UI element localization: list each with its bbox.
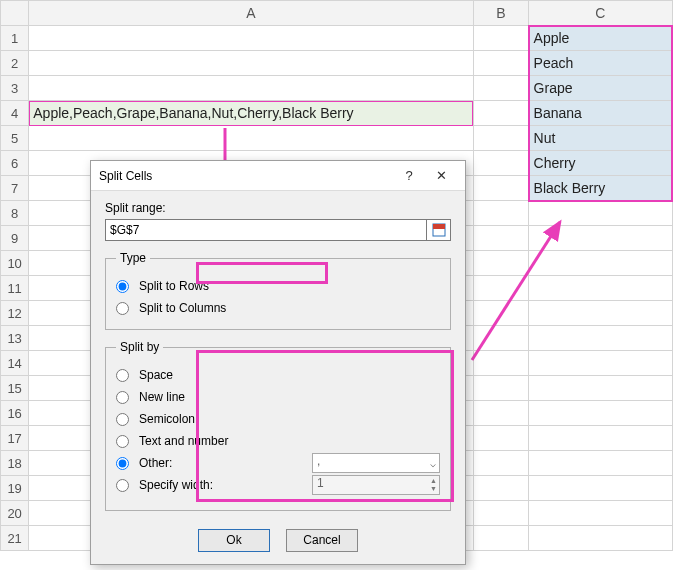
row-header[interactable]: 17 (1, 426, 29, 451)
split-cells-dialog: Split Cells ? ✕ Split range: Type Split … (90, 160, 466, 565)
cell[interactable] (473, 101, 529, 126)
row-header[interactable]: 3 (1, 76, 29, 101)
cell[interactable] (473, 401, 529, 426)
split-to-rows-radio[interactable] (116, 280, 129, 293)
row-header[interactable]: 11 (1, 276, 29, 301)
dialog-titlebar[interactable]: Split Cells ? ✕ (91, 161, 465, 191)
cell[interactable] (29, 51, 473, 76)
cancel-button[interactable]: Cancel (286, 529, 358, 552)
cell[interactable] (473, 26, 529, 51)
splitby-newline-label: New line (139, 390, 185, 404)
col-header-c[interactable]: C (529, 1, 672, 26)
splitby-space-radio[interactable] (116, 369, 129, 382)
splitby-other-label: Other: (139, 456, 172, 470)
splitby-other-combo[interactable]: , ⌵ (312, 453, 440, 473)
select-all-corner[interactable] (1, 1, 29, 26)
cell[interactable] (529, 426, 672, 451)
cell[interactable] (529, 201, 672, 226)
cell[interactable]: Black Berry (529, 176, 672, 201)
row-header[interactable]: 4 (1, 101, 29, 126)
row-header[interactable]: 6 (1, 151, 29, 176)
cell[interactable] (529, 526, 672, 551)
cell[interactable] (473, 126, 529, 151)
row-header[interactable]: 1 (1, 26, 29, 51)
ok-button[interactable]: Ok (198, 529, 270, 552)
splitby-textnum-radio[interactable] (116, 435, 129, 448)
cell[interactable]: Cherry (529, 151, 672, 176)
cell[interactable] (473, 76, 529, 101)
cell[interactable] (29, 26, 473, 51)
splitby-width-label: Specify width: (139, 478, 213, 492)
row-header[interactable]: 16 (1, 401, 29, 426)
cell[interactable] (529, 251, 672, 276)
cell[interactable]: Peach (529, 51, 672, 76)
cell[interactable] (473, 326, 529, 351)
row-header[interactable]: 20 (1, 501, 29, 526)
cell[interactable] (529, 276, 672, 301)
cell[interactable]: Apple (529, 26, 672, 51)
cell[interactable] (473, 476, 529, 501)
splitby-other-radio[interactable] (116, 457, 129, 470)
cell[interactable] (473, 501, 529, 526)
cell[interactable] (529, 226, 672, 251)
row-header[interactable]: 13 (1, 326, 29, 351)
cell[interactable] (29, 126, 473, 151)
splitby-group: Split by Space New line Semicolon Text a… (105, 340, 451, 511)
row-header[interactable]: 15 (1, 376, 29, 401)
cell[interactable] (473, 276, 529, 301)
splitby-textnum-label: Text and number (139, 434, 228, 448)
cell[interactable]: Grape (529, 76, 672, 101)
type-group: Type Split to Rows Split to Columns (105, 251, 451, 330)
cell[interactable] (529, 351, 672, 376)
cell[interactable] (529, 326, 672, 351)
row-header[interactable]: 8 (1, 201, 29, 226)
dialog-title: Split Cells (99, 169, 393, 183)
row-header[interactable]: 18 (1, 451, 29, 476)
cell[interactable] (473, 226, 529, 251)
cell-input[interactable]: Apple,Peach,Grape,Banana,Nut,Cherry,Blac… (29, 101, 473, 126)
splitby-newline-radio[interactable] (116, 391, 129, 404)
splitby-width-spin[interactable]: 1 ▲▼ (312, 475, 440, 495)
cell[interactable] (473, 351, 529, 376)
cell[interactable] (473, 151, 529, 176)
row-header[interactable]: 10 (1, 251, 29, 276)
cell[interactable] (473, 301, 529, 326)
help-button[interactable]: ? (393, 168, 425, 183)
col-header-b[interactable]: B (473, 1, 529, 26)
splitby-semicolon-radio[interactable] (116, 413, 129, 426)
cell[interactable] (529, 301, 672, 326)
split-to-rows-label: Split to Rows (139, 279, 209, 293)
row-header[interactable]: 19 (1, 476, 29, 501)
row-header[interactable]: 9 (1, 226, 29, 251)
cell[interactable] (529, 451, 672, 476)
cell[interactable] (473, 51, 529, 76)
cell[interactable] (529, 376, 672, 401)
cell[interactable]: Banana (529, 101, 672, 126)
range-selector-button[interactable] (427, 219, 451, 241)
cell[interactable] (473, 376, 529, 401)
split-to-columns-radio[interactable] (116, 302, 129, 315)
row-header[interactable]: 21 (1, 526, 29, 551)
split-range-input[interactable] (105, 219, 427, 241)
cell[interactable] (473, 426, 529, 451)
cell[interactable] (29, 76, 473, 101)
row-header[interactable]: 7 (1, 176, 29, 201)
cell[interactable] (473, 251, 529, 276)
row-header[interactable]: 12 (1, 301, 29, 326)
row-header[interactable]: 5 (1, 126, 29, 151)
spinner-arrows-icon: ▲▼ (430, 477, 437, 493)
cell[interactable] (473, 176, 529, 201)
cell[interactable]: Nut (529, 126, 672, 151)
col-header-a[interactable]: A (29, 1, 473, 26)
row-header[interactable]: 14 (1, 351, 29, 376)
cell[interactable] (529, 401, 672, 426)
row-header[interactable]: 2 (1, 51, 29, 76)
cell[interactable] (473, 201, 529, 226)
cell[interactable] (529, 476, 672, 501)
cell[interactable] (473, 451, 529, 476)
splitby-width-radio[interactable] (116, 479, 129, 492)
cell[interactable] (473, 526, 529, 551)
close-button[interactable]: ✕ (425, 168, 457, 183)
type-legend: Type (116, 251, 150, 265)
cell[interactable] (529, 501, 672, 526)
